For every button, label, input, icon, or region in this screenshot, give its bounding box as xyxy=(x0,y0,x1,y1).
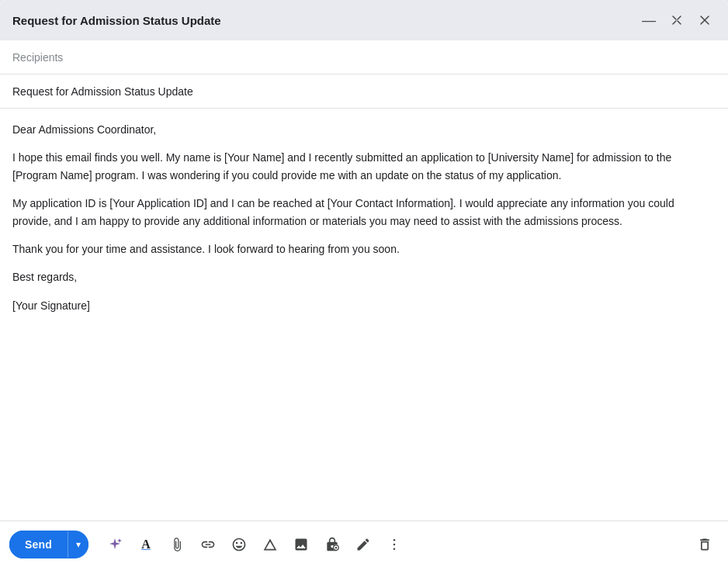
svg-point-5 xyxy=(393,548,396,550)
window-title: Request for Admission Status Update xyxy=(12,14,221,27)
send-options-button[interactable]: ▾ xyxy=(68,531,88,558)
body-signature: [Your Signature] xyxy=(12,297,716,314)
more-icon xyxy=(387,537,402,552)
emoji-button[interactable] xyxy=(225,531,253,558)
send-arrow-icon: ▾ xyxy=(76,539,81,550)
toolbar: Send ▾ A xyxy=(0,520,728,567)
subject-input[interactable] xyxy=(12,85,716,98)
more-options-button[interactable] xyxy=(380,531,408,558)
lock-icon xyxy=(324,537,340,552)
photo-icon xyxy=(293,537,309,552)
close-button[interactable] xyxy=(694,9,716,31)
body-greeting: Dear Admissions Coordinator, xyxy=(12,121,716,138)
signature-icon xyxy=(355,537,371,552)
attach-button[interactable] xyxy=(163,531,191,558)
send-button-group: Send ▾ xyxy=(9,531,88,558)
compose-window: Request for Admission Status Update — De… xyxy=(0,0,728,567)
ai-assist-button[interactable] xyxy=(101,531,129,558)
font-color-button[interactable]: A xyxy=(132,531,160,558)
delete-draft-button[interactable] xyxy=(691,531,719,558)
recipients-row xyxy=(0,40,728,74)
title-bar: Request for Admission Status Update — xyxy=(0,0,728,40)
send-button[interactable]: Send xyxy=(9,531,68,558)
title-actions: — xyxy=(638,9,716,31)
svg-point-3 xyxy=(393,538,396,541)
trash-icon xyxy=(697,537,712,552)
drive-icon xyxy=(262,537,278,552)
confidential-button[interactable] xyxy=(318,531,346,558)
body-paragraph3: Thank you for your time and assistance. … xyxy=(12,240,716,258)
ai-spark-icon xyxy=(107,537,123,552)
drive-button[interactable] xyxy=(256,531,284,558)
photo-button[interactable] xyxy=(287,531,315,558)
maximize-button[interactable] xyxy=(666,9,688,31)
body-closing: Best regards, xyxy=(12,268,716,285)
emoji-icon xyxy=(231,537,247,552)
subject-row xyxy=(0,74,728,109)
email-body[interactable]: Dear Admissions Coordinator, I hope this… xyxy=(0,109,728,520)
svg-point-2 xyxy=(335,546,338,548)
link-icon xyxy=(200,537,216,552)
body-paragraph2: My application ID is [Your Application I… xyxy=(12,195,716,230)
recipients-input[interactable] xyxy=(12,51,716,64)
link-button[interactable] xyxy=(194,531,222,558)
minimize-button[interactable]: — xyxy=(638,9,660,31)
attach-icon xyxy=(169,537,185,552)
svg-point-4 xyxy=(393,543,396,545)
body-paragraph1: I hope this email finds you well. My nam… xyxy=(12,149,716,184)
font-color-icon: A xyxy=(141,538,151,551)
signature-button[interactable] xyxy=(349,531,377,558)
